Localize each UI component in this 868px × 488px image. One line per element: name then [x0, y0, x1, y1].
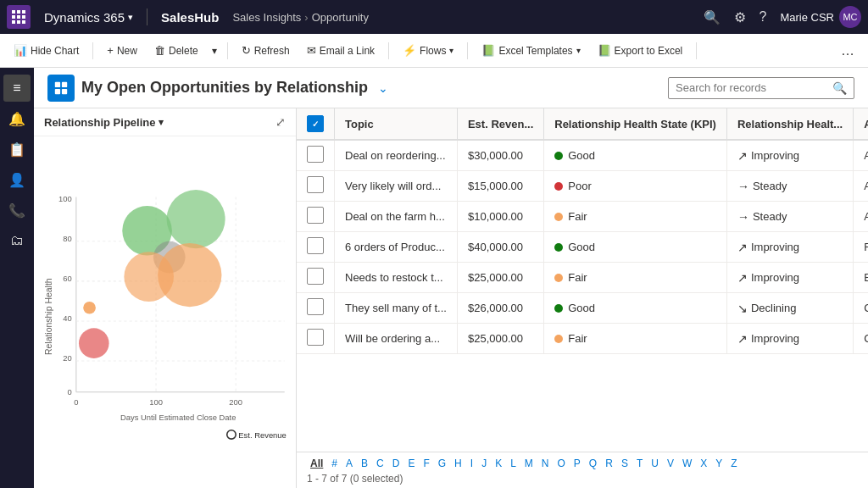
- table-row[interactable]: Deal on reordering... $30,000.00 Good ↗ …: [297, 140, 868, 171]
- row-select[interactable]: [307, 329, 324, 346]
- col-topic[interactable]: Topic: [335, 108, 458, 140]
- alpha-link-h[interactable]: H: [451, 456, 465, 471]
- alpha-link-e[interactable]: E: [404, 456, 418, 471]
- alpha-link-c[interactable]: C: [373, 456, 387, 471]
- col-account[interactable]: Account: [854, 108, 868, 140]
- alpha-link-m[interactable]: M: [521, 456, 537, 471]
- topic-cell[interactable]: Very likely will ord...: [335, 171, 458, 202]
- alpha-link-v[interactable]: V: [664, 456, 677, 471]
- alpha-link-s[interactable]: S: [618, 456, 632, 471]
- sidebar-files-icon[interactable]: 🗂: [3, 227, 31, 254]
- select-all-checkbox[interactable]: ✓: [307, 115, 324, 132]
- alpha-link-n[interactable]: N: [538, 456, 553, 471]
- hub-name[interactable]: SalesHub: [154, 10, 225, 25]
- row-select[interactable]: [307, 146, 324, 163]
- row-select[interactable]: [307, 298, 324, 315]
- row-checkbox[interactable]: [297, 202, 335, 232]
- chart-expand-icon[interactable]: ⤢: [275, 115, 286, 129]
- alpha-link-d[interactable]: D: [389, 456, 403, 471]
- alpha-link-p[interactable]: P: [570, 456, 584, 471]
- new-button[interactable]: + New: [100, 41, 144, 60]
- sidebar-records-icon[interactable]: 📋: [3, 136, 31, 163]
- col-revenue[interactable]: Est. Reven...: [457, 108, 543, 140]
- excel-templates-button[interactable]: 📗 Excel Templates ▾: [475, 41, 587, 60]
- search-input[interactable]: [676, 81, 827, 94]
- row-checkbox[interactable]: [297, 171, 335, 202]
- alpha-link-a[interactable]: A: [342, 456, 356, 471]
- account-cell[interactable]: Coho Win...: [854, 324, 868, 354]
- alpha-link-y[interactable]: Y: [712, 456, 726, 471]
- alpha-link-i[interactable]: I: [467, 456, 476, 471]
- delete-button[interactable]: 🗑 Delete: [147, 41, 205, 60]
- refresh-button[interactable]: ↻ Refresh: [235, 41, 297, 60]
- alpha-link-j[interactable]: J: [478, 456, 490, 471]
- app-grid-button[interactable]: [7, 5, 31, 29]
- topic-cell[interactable]: Will be ordering a...: [335, 324, 458, 354]
- row-checkbox[interactable]: [297, 140, 335, 171]
- topic-cell[interactable]: 6 orders of Produc...: [335, 232, 458, 263]
- table-row[interactable]: Needs to restock t... $25,000.00 Fair ↗ …: [297, 263, 868, 293]
- table-row[interactable]: Will be ordering a... $25,000.00 Fair ↗ …: [297, 324, 868, 354]
- alpha-link-f[interactable]: F: [420, 456, 432, 471]
- sidebar-notifications-icon[interactable]: 🔔: [3, 105, 31, 132]
- email-link-button[interactable]: ✉ Email a Link: [300, 41, 381, 60]
- row-select[interactable]: [307, 237, 324, 254]
- alpha-link-b[interactable]: B: [358, 456, 371, 471]
- search-nav-icon[interactable]: 🔍: [704, 9, 721, 25]
- account-cell[interactable]: Alpine Ski ...: [854, 171, 868, 202]
- svg-text:200: 200: [229, 397, 242, 407]
- account-cell[interactable]: A. Datum ...: [854, 202, 868, 232]
- page-title-dropdown-icon[interactable]: ⌄: [378, 81, 388, 95]
- user-profile[interactable]: Marie CSR MC: [780, 6, 861, 28]
- hide-chart-button[interactable]: 📊 Hide Chart: [7, 41, 86, 60]
- more-button[interactable]: …: [834, 40, 861, 62]
- row-checkbox[interactable]: [297, 263, 335, 293]
- export-excel-button[interactable]: 📗 Export to Excel: [591, 41, 690, 60]
- topic-cell[interactable]: Deal on reordering...: [335, 140, 458, 171]
- alpha-link-o[interactable]: O: [554, 456, 569, 471]
- account-cell[interactable]: Fabrikam, I...: [854, 232, 868, 263]
- table-row[interactable]: They sell many of t... $26,000.00 Good ↘…: [297, 293, 868, 324]
- alpha-link-t[interactable]: T: [633, 456, 646, 471]
- table-row[interactable]: 6 orders of Produc... $40,000.00 Good ↗ …: [297, 232, 868, 263]
- alpha-link-k[interactable]: K: [492, 456, 505, 471]
- toolbar-dropdown-1[interactable]: ▾: [209, 42, 220, 60]
- row-select[interactable]: [307, 176, 324, 193]
- alpha-link-all[interactable]: All: [307, 456, 326, 471]
- table-row[interactable]: Very likely will ord... $15,000.00 Poor …: [297, 171, 868, 202]
- settings-icon[interactable]: ⚙: [734, 9, 746, 25]
- alpha-link-w[interactable]: W: [679, 456, 695, 471]
- col-kpi[interactable]: Relationship Health State (KPI): [544, 108, 727, 140]
- search-icon[interactable]: 🔍: [832, 81, 847, 95]
- chart-title[interactable]: Relationship Pipeline ▾: [44, 116, 164, 129]
- alpha-link-x[interactable]: X: [697, 456, 710, 471]
- sidebar-menu-icon[interactable]: ≡: [3, 75, 31, 102]
- row-checkbox[interactable]: [297, 232, 335, 263]
- row-checkbox[interactable]: [297, 293, 335, 324]
- alpha-link-q[interactable]: Q: [586, 456, 600, 471]
- alpha-link-l[interactable]: L: [507, 456, 520, 471]
- alpha-link-r[interactable]: R: [602, 456, 616, 471]
- app-name[interactable]: Dynamics 365 ▾: [37, 10, 140, 25]
- row-select[interactable]: [307, 268, 324, 285]
- col-check[interactable]: ✓: [297, 108, 335, 140]
- col-health[interactable]: Relationship Healt...: [726, 108, 853, 140]
- alpha-link-z[interactable]: Z: [727, 456, 740, 471]
- row-select[interactable]: [307, 207, 324, 224]
- sidebar-contacts-icon[interactable]: 👤: [3, 166, 31, 193]
- topic-cell[interactable]: Deal on the farm h...: [335, 202, 458, 232]
- help-icon[interactable]: ?: [760, 9, 767, 25]
- search-box[interactable]: 🔍: [668, 77, 854, 99]
- topic-cell[interactable]: They sell many of t...: [335, 293, 458, 324]
- alpha-link-#[interactable]: #: [328, 456, 341, 471]
- alpha-link-u[interactable]: U: [648, 456, 662, 471]
- account-cell[interactable]: Adventure ...: [854, 140, 868, 171]
- alpha-link-g[interactable]: G: [435, 456, 449, 471]
- flows-button[interactable]: ⚡ Flows ▾: [396, 41, 460, 60]
- account-cell[interactable]: Contoso P...: [854, 293, 868, 324]
- row-checkbox[interactable]: [297, 324, 335, 354]
- topic-cell[interactable]: Needs to restock t...: [335, 263, 458, 293]
- table-row[interactable]: Deal on the farm h... $10,000.00 Fair → …: [297, 202, 868, 232]
- sidebar-phone-icon[interactable]: 📞: [3, 197, 31, 224]
- account-cell[interactable]: Blue Yond...: [854, 263, 868, 293]
